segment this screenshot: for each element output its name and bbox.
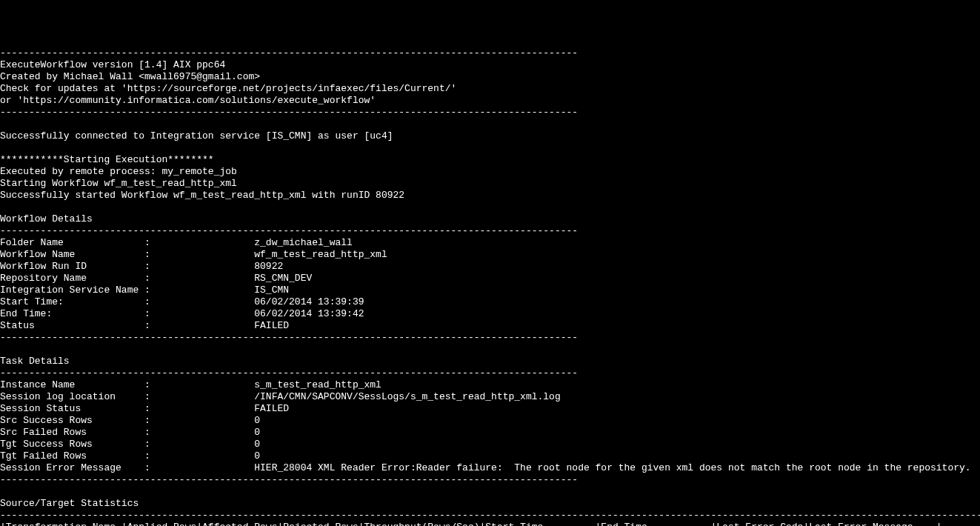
header-line-3: Check for updates at 'https://sourceforg… — [0, 83, 456, 94]
stats-title: Source/Target Statistics — [0, 498, 139, 509]
wf-row: End Time: : 06/02/2014 13:39:42 — [0, 308, 364, 319]
task-row: Instance Name : s_m_test_read_http_xml — [0, 379, 381, 390]
wf-row: Workflow Run ID : 80922 — [0, 261, 283, 272]
header-line-2: Created by Michael Wall <mwall6975@gmail… — [0, 71, 260, 82]
stats-header: |Transformation Name |Applied Rows|Affec… — [0, 522, 942, 526]
hr-long: ----------------------------------------… — [0, 510, 980, 521]
connect-line: Successfully connected to Integration se… — [0, 130, 393, 142]
terminal-output: ----------------------------------------… — [0, 36, 980, 526]
wf-row: Folder Name : z_dw_michael_wall — [0, 237, 353, 248]
task-row: Tgt Failed Rows : 0 — [0, 450, 260, 462]
task-row: Session log location : /INFA/CMN/SAPCONV… — [0, 391, 561, 402]
exec-banner: ***********Starting Execution******** — [0, 154, 214, 165]
wf-row: Repository Name : RS_CMN_DEV — [0, 273, 312, 284]
wf-row: Workflow Name : wf_m_test_read_http_xml — [0, 249, 387, 260]
hr: ----------------------------------------… — [0, 367, 578, 379]
task-row: Src Success Rows : 0 — [0, 415, 260, 426]
task-row: Src Failed Rows : 0 — [0, 427, 260, 438]
exec-line-2: Starting Workflow wf_m_test_read_http_xm… — [0, 178, 237, 189]
wf-row: Status : FAILED — [0, 320, 289, 331]
hr: ----------------------------------------… — [0, 332, 578, 343]
hr: ----------------------------------------… — [0, 47, 578, 59]
wf-title: Workflow Details — [0, 213, 93, 224]
hr: ----------------------------------------… — [0, 225, 578, 236]
wf-row: Integration Service Name : IS_CMN — [0, 284, 289, 296]
task-row: Tgt Success Rows : 0 — [0, 439, 260, 450]
wf-row: Start Time: : 06/02/2014 13:39:39 — [0, 296, 364, 307]
header-line-1: ExecuteWorkflow version [1.4] AIX ppc64 — [0, 59, 225, 70]
task-row: Session Status : FAILED — [0, 403, 289, 414]
hr: ----------------------------------------… — [0, 474, 578, 485]
exec-line-1: Executed by remote process: my_remote_jo… — [0, 166, 237, 177]
hr: ----------------------------------------… — [0, 107, 578, 118]
task-title: Task Details — [0, 356, 70, 367]
exec-line-3: Successfully started Workflow wf_m_test_… — [0, 190, 404, 201]
task-row: Session Error Message : HIER_28004 XML R… — [0, 462, 971, 473]
header-line-4: or 'https://community.informatica.com/so… — [0, 95, 376, 106]
